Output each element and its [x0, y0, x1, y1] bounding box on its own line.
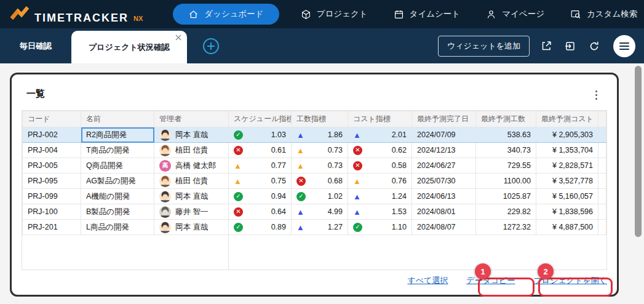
check-icon: ✓: [353, 223, 362, 232]
nav-item-2[interactable]: タイムシート: [385, 4, 469, 24]
avatar: [159, 175, 171, 187]
cell-schedule-index: ▲0.75: [229, 174, 292, 189]
nav-item-3[interactable]: マイページ: [477, 4, 553, 24]
project-table: コード名前管理者スケジュール指標工数指標コスト指標最終予測完了日最終予測工数最終…: [22, 111, 606, 235]
brand-suffix: NX: [133, 14, 143, 23]
nav-item-label: ダッシュボード: [204, 9, 263, 20]
export-icon[interactable]: [539, 39, 554, 54]
avatar: [159, 191, 171, 202]
cell-name: A機能の開発: [81, 189, 154, 204]
cell-name: B製品の開発: [81, 204, 154, 220]
cell-manager: 植田 信貴: [154, 143, 229, 158]
dashboard-tabbar: 毎日確認プロジェクト状況確認 ウィジェットを追加: [0, 28, 644, 63]
cell-forecast-effort: 1272.32: [476, 220, 536, 235]
add-widget-button[interactable]: ウィジェットを追加: [438, 36, 530, 57]
annotation-badge-2: 2: [538, 263, 554, 279]
triangle-blue-icon: ▲: [353, 193, 361, 201]
cube-icon: [301, 9, 311, 20]
annotation-box-1: [478, 278, 535, 297]
cell-effort-index: ▲1.27: [292, 220, 348, 235]
cell-schedule-index: ✕0.64: [229, 204, 292, 220]
cell-forecast-cost: ¥ 1,838,596: [536, 204, 598, 220]
close-icon[interactable]: [175, 34, 182, 41]
import-icon[interactable]: [563, 39, 578, 54]
custom-search-icon: [570, 9, 581, 20]
table-row[interactable]: PRJ-201L商品の開発岡本 直哉✓0.89▲1.27✓1.102024/08…: [23, 220, 606, 235]
triangle-orange-icon: ▲: [296, 146, 304, 154]
table-header-row: コード名前管理者スケジュール指標工数指標コスト指標最終予測完了日最終予測工数最終…: [23, 111, 606, 127]
tab-strip: 毎日確認プロジェクト状況確認: [6, 28, 187, 63]
manager-name: 岡本 直哉: [175, 130, 208, 140]
nav-item-4[interactable]: カスタム検索: [562, 4, 644, 24]
triangle-orange-icon: ▲: [353, 177, 361, 185]
cell-name: T商品の開発: [81, 143, 154, 158]
triangle-orange-icon: ▲: [234, 162, 242, 170]
check-icon: ✓: [234, 130, 243, 140]
cell-forecast-effort: 538.63: [476, 127, 536, 143]
main-nav: ダッシュボードプロジェクトタイムシートマイページカスタム検索分析: [169, 4, 644, 25]
cell-cost-index: ▲1.24: [348, 189, 412, 204]
widget-menu-icon[interactable]: [591, 89, 601, 100]
cell-effort-index: ▲0.73: [292, 143, 348, 158]
manager-name: 高橋 健太郎: [175, 161, 216, 171]
project-table-area: コード名前管理者スケジュール指標工数指標コスト指標最終予測完了日最終予測工数最終…: [22, 110, 607, 270]
cross-icon: ✕: [234, 207, 243, 217]
select-all-link[interactable]: すべて選択: [407, 275, 448, 286]
cell-effort-index: ✕0.68: [292, 174, 348, 189]
cell-code: PRJ-095: [23, 174, 81, 189]
triangle-blue-icon: ▲: [353, 131, 361, 139]
manager-name: 岡本 直哉: [175, 222, 208, 233]
tab-1[interactable]: プロジェクト状況確認: [71, 31, 187, 63]
cross-icon: ✕: [296, 177, 306, 186]
table-row[interactable]: PRJ-099A機能の開発岡本 直哉✓0.94✓1.02▲1.242024/06…: [23, 189, 606, 204]
table-row[interactable]: PRJ-095AG製品の開発植田 信貴▲0.75✕0.68▲0.762025/0…: [23, 174, 606, 189]
table-row[interactable]: PRJ-005Q商品開発高高橋 健太郎▲0.77▲0.73✕0.582024/0…: [23, 158, 606, 174]
add-tab-button[interactable]: [203, 38, 219, 54]
cell-forecast-cost: ¥ 2,828,571: [536, 158, 598, 174]
cell-name: Q商品開発: [81, 158, 154, 174]
cell-name: R2商品開発: [81, 127, 154, 143]
manager-name: 植田 信貴: [175, 176, 208, 186]
cell-forecast-effort: 729.55: [476, 158, 536, 174]
table-row[interactable]: PRJ-100B製品の開発藤井 智一✕0.64▲4.99▲1.532024/08…: [23, 204, 606, 220]
cell-forecast-effort: 1100.00: [476, 174, 536, 189]
cell-forecast-date: 2025/07/30: [412, 174, 476, 189]
cell-forecast-cost: ¥ 3,527,778: [536, 174, 598, 189]
tab-label: 毎日確認: [20, 41, 52, 50]
cell-filler: [598, 189, 606, 204]
cell-forecast-cost: ¥ 5,160,057: [536, 189, 598, 204]
home-icon: [188, 9, 199, 20]
cell-filler: [598, 158, 606, 174]
cell-forecast-date: 2024/07/09: [412, 127, 476, 143]
avatar: [159, 129, 171, 141]
cell-forecast-date: 2024/06/27: [412, 158, 476, 174]
check-icon: ✓: [234, 192, 243, 201]
cell-schedule-index: ✓1.03: [229, 127, 292, 143]
tab-0[interactable]: 毎日確認: [6, 41, 65, 52]
annotation-badge-1: 1: [475, 263, 491, 279]
cell-manager: 植田 信貴: [154, 174, 229, 189]
cell-code: PRJ-099: [23, 189, 81, 204]
cell-effort-index: ▲0.73: [292, 158, 348, 174]
cell-schedule-index: ✓0.94: [229, 189, 292, 204]
page-scrollbar-thumb[interactable]: [635, 66, 642, 237]
cell-forecast-cost: ¥ 4,887,500: [536, 220, 598, 235]
column-header: 名前: [81, 111, 154, 127]
cell-code: PRJ-005: [23, 158, 81, 174]
column-header: コスト指標: [348, 111, 412, 127]
avatar: 高: [159, 160, 171, 172]
account-menu-button[interactable]: [613, 35, 635, 57]
column-header: 最終予測コスト: [536, 111, 598, 127]
triangle-orange-icon: ▲: [234, 177, 242, 185]
cross-icon: ✕: [353, 161, 362, 170]
table-row[interactable]: PRJ-002R2商品開発岡本 直哉✓1.03▲1.86▲2.012024/07…: [23, 127, 606, 143]
table-row[interactable]: PRJ-004T商品の開発植田 信貴✕0.61▲0.73✕0.622024/12…: [23, 143, 606, 158]
refresh-icon[interactable]: [587, 39, 602, 54]
check-icon: ✓: [296, 192, 306, 201]
cell-forecast-cost: ¥ 1,353,704: [536, 143, 598, 158]
nav-item-1[interactable]: プロジェクト: [292, 4, 376, 24]
nav-item-0[interactable]: ダッシュボード: [173, 4, 279, 25]
cell-forecast-date: 2024/12/13: [412, 143, 476, 158]
cell-manager: 高高橋 健太郎: [154, 158, 229, 174]
avatar: [159, 145, 171, 156]
